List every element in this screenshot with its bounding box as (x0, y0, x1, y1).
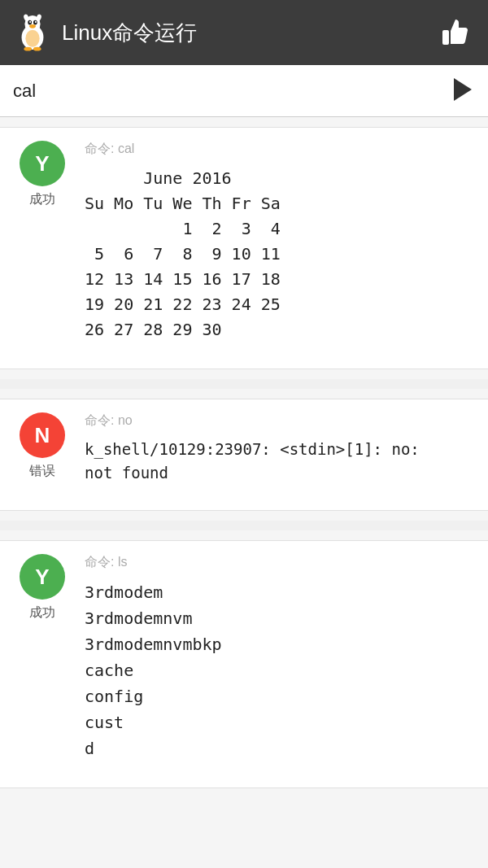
avatar-col-cal: Y 成功 (13, 141, 72, 208)
svg-point-6 (29, 24, 36, 28)
card-ls-body: 命令: ls 3rdmodem3rdmodemnvm3rdmodemnvmbkp… (85, 554, 475, 761)
avatar-ls: Y (20, 554, 65, 600)
status-label-no: 错误 (29, 463, 55, 480)
card-ls: Y 成功 命令: ls 3rdmodem3rdmodemnvm3rdmodemn… (0, 540, 488, 788)
avatar-no: N (20, 412, 65, 458)
search-input[interactable] (13, 81, 451, 102)
ls-output: 3rdmodem3rdmodemnvm3rdmodemnvmbkpcacheco… (85, 579, 475, 761)
card-cal-body: 命令: cal June 2016 Su Mo Tu We Th Fr Sa 1… (85, 141, 475, 342)
svg-point-5 (35, 21, 37, 23)
send-button[interactable] (451, 75, 475, 107)
avatar-col-no: N 错误 (13, 412, 72, 480)
svg-point-9 (25, 30, 39, 47)
ls-item: d (85, 735, 475, 761)
divider-1 (0, 379, 488, 389)
app-header: Linux命令运行 (0, 0, 488, 65)
card-no-body: 命令: no k_shell/10129:23907: <stdin>[1]: … (85, 412, 475, 484)
cmd-label-cal: 命令: cal (85, 141, 475, 158)
divider-2 (0, 521, 488, 530)
card-ls-header: Y 成功 命令: ls 3rdmodem3rdmodemnvm3rdmodemn… (13, 554, 475, 761)
ls-item: 3rdmodemnvmbkp (85, 631, 475, 657)
ls-item: 3rdmodemnvm (85, 605, 475, 631)
card-no: N 错误 命令: no k_shell/10129:23907: <stdin>… (0, 399, 488, 511)
ls-item: cache (85, 657, 475, 683)
svg-point-8 (33, 47, 41, 51)
thumbs-up-icon (439, 15, 472, 48)
avatar-cal: Y (20, 141, 65, 186)
app-title: Linux命令运行 (62, 19, 197, 47)
avatar-col-ls: Y 成功 (13, 554, 72, 622)
card-cal-header: Y 成功 命令: cal June 2016 Su Mo Tu We Th Fr… (13, 141, 475, 342)
svg-point-4 (29, 21, 31, 23)
svg-point-7 (24, 47, 32, 51)
search-bar (0, 65, 488, 117)
cmd-label-ls: 命令: ls (85, 554, 475, 571)
card-cal: Y 成功 命令: cal June 2016 Su Mo Tu We Th Fr… (0, 127, 488, 369)
send-icon (454, 78, 472, 101)
header-left: Linux命令运行 (13, 13, 197, 52)
ls-item: cust (85, 709, 475, 735)
svg-rect-12 (442, 30, 449, 45)
status-label-cal: 成功 (29, 191, 55, 208)
error-output: k_shell/10129:23907: <stdin>[1]: no:not … (85, 438, 475, 484)
calendar-output: June 2016 Su Mo Tu We Th Fr Sa 1 2 3 4 5… (85, 166, 475, 342)
ls-item: 3rdmodem (85, 579, 475, 605)
status-label-ls: 成功 (29, 604, 55, 622)
cmd-label-no: 命令: no (85, 412, 475, 430)
thumbs-up-button[interactable] (436, 12, 475, 54)
linux-tux-icon (13, 13, 52, 52)
card-no-header: N 错误 命令: no k_shell/10129:23907: <stdin>… (13, 412, 475, 484)
ls-item: config (85, 683, 475, 709)
